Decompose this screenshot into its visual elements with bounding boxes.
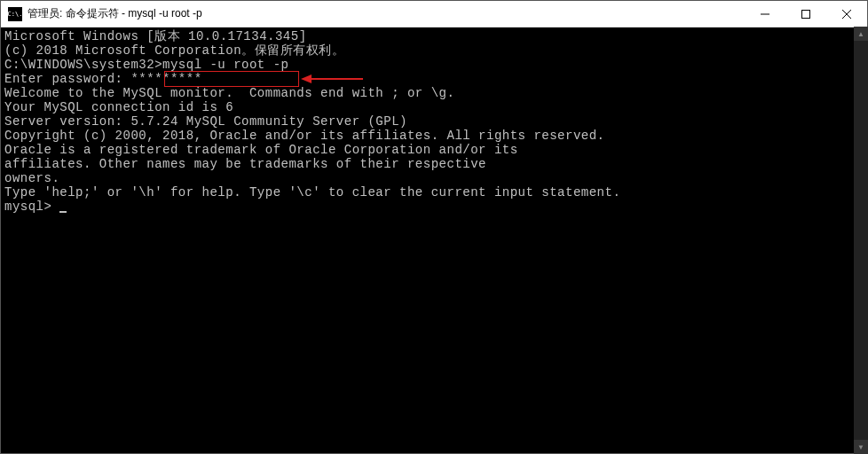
terminal-line: Welcome to the MySQL monitor. Commands e… bbox=[4, 86, 864, 100]
scroll-up-button[interactable]: ▲ bbox=[854, 27, 868, 41]
terminal-line: Copyright (c) 2000, 2018, Oracle and/or … bbox=[4, 129, 864, 143]
terminal-prompt-line: mysql> bbox=[4, 200, 864, 214]
terminal-line: Oracle is a registered trademark of Orac… bbox=[4, 143, 864, 157]
terminal-line: Your MySQL connection id is 6 bbox=[4, 100, 864, 114]
terminal-line: affiliates. Other names may be trademark… bbox=[4, 157, 864, 171]
terminal-line-command: C:\WINDOWS\system32>mysql -u root -p bbox=[4, 58, 864, 72]
window-controls bbox=[745, 1, 867, 27]
cmd-icon: C:\. bbox=[8, 7, 22, 21]
svg-rect-1 bbox=[802, 10, 810, 18]
scrollbar[interactable]: ▲ ▼ bbox=[854, 27, 868, 454]
terminal-line: Microsoft Windows [版本 10.0.17134.345] bbox=[4, 29, 864, 43]
window-titlebar[interactable]: C:\. 管理员: 命令提示符 - mysql -u root -p bbox=[1, 1, 867, 27]
terminal-line: Server version: 5.7.24 MySQL Community S… bbox=[4, 114, 864, 129]
minimize-button[interactable] bbox=[745, 1, 785, 27]
terminal-line: Type 'help;' or '\h' for help. Type '\c'… bbox=[4, 185, 864, 200]
terminal-line: Enter password: ********* bbox=[4, 72, 864, 86]
close-button[interactable] bbox=[826, 1, 867, 27]
terminal-line: owners. bbox=[4, 171, 864, 185]
terminal-line: (c) 2018 Microsoft Corporation。保留所有权利。 bbox=[4, 43, 864, 58]
scroll-down-button[interactable]: ▼ bbox=[854, 440, 868, 454]
terminal-area[interactable]: Microsoft Windows [版本 10.0.17134.345] (c… bbox=[1, 27, 867, 453]
maximize-button[interactable] bbox=[785, 1, 826, 27]
mysql-prompt: mysql> bbox=[4, 200, 59, 214]
cursor bbox=[59, 211, 67, 213]
window-title: 管理员: 命令提示符 - mysql -u root -p bbox=[28, 6, 745, 21]
